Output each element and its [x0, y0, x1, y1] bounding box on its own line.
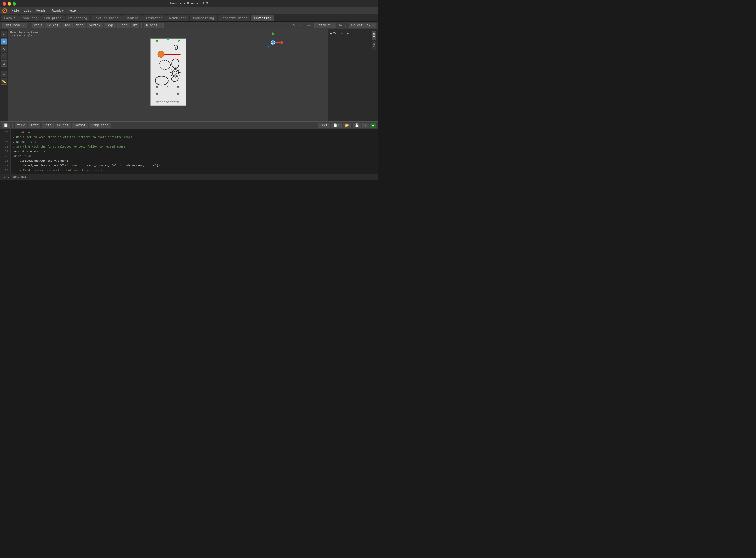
chevron-right-icon: ▶: [331, 31, 332, 35]
right-panel: Item Tool: [370, 29, 378, 121]
add-workspace-button[interactable]: +: [275, 16, 281, 21]
blender-logo-icon[interactable]: [2, 8, 7, 14]
close-button[interactable]: [3, 2, 6, 5]
tab-shading[interactable]: Shading: [122, 16, 142, 21]
tab-modeling[interactable]: Modeling: [19, 16, 41, 21]
svg-text:Z: Z: [272, 42, 274, 44]
sidebar-tab-tool[interactable]: Tool: [372, 41, 376, 50]
run-script-btn[interactable]: ▶: [370, 123, 376, 128]
svg-point-5: [156, 41, 157, 42]
menu-file[interactable]: File: [9, 8, 21, 13]
editor-type-btn[interactable]: 📄: [2, 123, 10, 128]
line-numbers: 6566676869707172737475767778798081828384…: [0, 129, 10, 174]
text-editor-content: 6566676869707172737475767778798081828384…: [0, 129, 378, 174]
drag-text: Drag:: [339, 24, 348, 27]
tab-sculpting[interactable]: Sculpting: [41, 16, 65, 21]
svg-point-6: [178, 41, 180, 42]
svg-point-8: [157, 51, 164, 57]
menu-render[interactable]: Render: [34, 8, 50, 13]
mode-selector[interactable]: Edit Mode ▾: [2, 23, 27, 28]
select-menu[interactable]: Select: [45, 23, 61, 28]
svg-text:Y: Y: [272, 32, 273, 34]
window-title: bounce - Blender 4.0: [170, 2, 208, 5]
tab-rendering[interactable]: Rendering: [166, 16, 190, 21]
move-tool[interactable]: ✛: [1, 38, 7, 45]
vertex-menu[interactable]: Vertex: [87, 23, 103, 28]
text-view-menu[interactable]: View: [15, 123, 27, 128]
viewport-perspective-label: User Perspective (1) Rectangle: [10, 31, 38, 37]
left-tool-panel: ↖ ✛ ↻ ⤡ ⊞ ✏ 📏: [0, 29, 8, 121]
save-text-btn[interactable]: 💾: [352, 123, 361, 128]
orient-value-label: Default: [317, 24, 330, 27]
transform-tool[interactable]: ⊞: [1, 60, 7, 67]
text-edit-menu[interactable]: Edit: [42, 123, 54, 128]
tab-layout[interactable]: Layout: [1, 16, 19, 21]
uv-menu[interactable]: UV: [131, 23, 139, 28]
tab-uv-editing[interactable]: UV Editing: [65, 16, 90, 21]
annotate-tool[interactable]: ✏: [1, 71, 7, 77]
window-controls: [3, 2, 16, 5]
code-area[interactable]: return# Use a set to keep track of visit…: [10, 129, 378, 174]
drag-value-btn[interactable]: Select Box ▾: [349, 23, 376, 28]
separator-1: [29, 23, 29, 28]
svg-point-2: [4, 10, 5, 11]
menu-edit[interactable]: Edit: [22, 8, 33, 13]
maximize-button[interactable]: [13, 2, 16, 5]
open-text-btn[interactable]: 📂: [343, 123, 351, 128]
rotate-tool[interactable]: ↻: [1, 46, 7, 52]
view-menu[interactable]: View: [31, 23, 44, 28]
scale-tool[interactable]: ⤡: [1, 53, 7, 59]
nav-widget[interactable]: Z Y X: [262, 32, 284, 53]
viewport-3d[interactable]: User Perspective (1) Rectangle: [8, 29, 328, 121]
mesh-menu[interactable]: Mesh: [74, 23, 86, 28]
text-select-menu[interactable]: Select: [55, 123, 71, 128]
edge-menu[interactable]: Edge: [104, 23, 116, 28]
add-menu[interactable]: Add: [62, 23, 73, 28]
orientation-selector[interactable]: Global ▾: [144, 23, 164, 28]
svg-point-7: [167, 38, 169, 41]
object-name-text: (1) Rectangle: [10, 34, 38, 37]
mode-label: Edit Mode: [4, 24, 21, 27]
status-text: Text: Internal: [2, 175, 26, 178]
text-text-menu[interactable]: Text: [28, 123, 41, 128]
drag-value-label: Select Box: [351, 24, 370, 27]
tab-texture-paint[interactable]: Texture Paint: [91, 16, 122, 21]
text-templates-menu[interactable]: Templates: [89, 123, 111, 128]
viewport-toolbar: Edit Mode ▾ View Select Add Mesh Vertex …: [0, 22, 378, 29]
minimize-button[interactable]: [8, 2, 11, 5]
close-text-btn[interactable]: ✕: [362, 123, 369, 128]
text-file-btn[interactable]: Text: [318, 123, 330, 128]
text-format-menu[interactable]: Format: [72, 123, 88, 128]
transform-header[interactable]: ▶ Transform: [331, 31, 368, 35]
orientation-label: Global: [146, 24, 157, 27]
transform-label: Transform: [333, 32, 349, 35]
title-bar: bounce - Blender 4.0: [0, 0, 378, 7]
status-bar: Text: Internal: [0, 174, 378, 179]
main-layout: ↖ ✛ ↻ ⤡ ⊞ ✏ 📏 User Perspective (1) Recta…: [0, 29, 378, 121]
cursor-tool[interactable]: ↖: [1, 31, 7, 37]
text-editor-toolbar: 📄 View Text Edit Select Format Templates…: [0, 122, 378, 129]
measure-tool[interactable]: 📏: [1, 78, 7, 84]
viewport-horizon-line: [8, 77, 328, 77]
separator-2: [141, 23, 142, 28]
orientation-text: Orientation:: [292, 24, 313, 27]
menu-bar: File Edit Render Window Help: [0, 7, 378, 14]
sidebar-tab-item[interactable]: Item: [372, 31, 376, 41]
face-menu[interactable]: Face: [117, 23, 130, 28]
new-text-btn[interactable]: 📄+: [331, 123, 341, 128]
orient-value-btn[interactable]: Default ▾: [314, 23, 336, 28]
menu-window[interactable]: Window: [50, 8, 66, 13]
svg-rect-3: [150, 39, 186, 105]
tab-animation[interactable]: Animation: [142, 16, 166, 21]
tab-scripting[interactable]: Scripting: [251, 16, 274, 21]
workspace-tabs: Layout Modeling Sculpting UV Editing Tex…: [0, 14, 378, 22]
tab-compositing[interactable]: Compositing: [190, 16, 217, 21]
perspective-text: User Perspective: [10, 31, 38, 34]
tab-geometry-nodes[interactable]: Geometry Nodes: [218, 16, 251, 21]
mesh-viewport-svg: [149, 37, 187, 107]
sidebar-tabs: Item Tool: [372, 31, 376, 50]
svg-text:X: X: [282, 42, 284, 44]
menu-help[interactable]: Help: [66, 8, 78, 13]
text-editor: 📄 View Text Edit Select Format Templates…: [0, 121, 378, 174]
properties-sidebar: ▶ Transform: [328, 29, 370, 121]
